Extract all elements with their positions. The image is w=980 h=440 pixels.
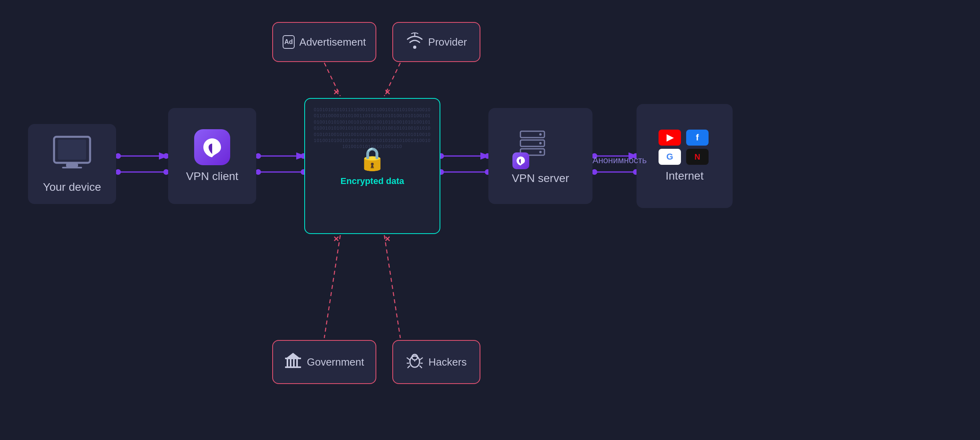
svg-text:×: × [385,86,390,97]
facebook-icon: f [686,130,709,146]
vpn-server-label: VPN server [512,172,569,185]
svg-rect-45 [287,359,288,366]
svg-rect-33 [58,140,86,160]
monitor-icon [52,135,92,176]
svg-line-52 [407,358,410,360]
government-label: Government [307,356,364,368]
card-vpn-client: VPN client [168,108,256,204]
svg-text:×: × [385,233,390,244]
google-icon: G [659,149,681,165]
anonymity-label: Анонимность [592,155,647,166]
svg-point-22 [592,169,597,175]
svg-line-56 [408,366,410,368]
diagram-container: × × × × Your device VPN client 010101010… [0,0,980,440]
card-provider: Provider [392,22,480,62]
svg-text:×: × [333,233,339,244]
vpn-client-label: VPN client [186,170,239,183]
vpn-server-small-icon [512,152,529,169]
device-label: Your device [43,181,101,194]
svg-rect-50 [285,358,301,359]
svg-rect-47 [293,359,295,366]
svg-marker-49 [286,353,300,358]
card-internet: ▶ f G N Internet [637,104,733,208]
card-vpn-server: VPN server [488,108,592,204]
internet-icons-grid: ▶ f G N [659,130,711,165]
svg-rect-34 [66,164,78,167]
card-advertisement: Ad Advertisement [272,22,376,62]
advertisement-label: Advertisement [299,36,366,48]
svg-point-40 [539,142,542,144]
svg-rect-35 [62,167,82,168]
svg-point-41 [539,151,542,153]
card-government: Government [272,340,376,384]
vpn-server-icons [516,127,564,167]
vpn-client-icon [194,129,230,165]
card-device: Your device [28,124,116,204]
svg-rect-44 [285,366,301,368]
svg-point-39 [539,133,542,136]
svg-line-57 [420,366,422,368]
svg-rect-48 [296,359,298,366]
hackers-label: Hackers [428,356,466,368]
government-icon [284,352,302,372]
svg-point-10 [255,169,261,175]
svg-line-25 [384,63,400,96]
hacker-icon [406,352,424,372]
arrows-svg: × × × × [0,0,980,440]
svg-rect-46 [290,359,291,366]
svg-point-8 [255,153,261,159]
card-hackers: Hackers [392,340,480,384]
svg-point-42 [413,46,416,49]
card-encrypted: 0101010101011110001010100101101010010001… [304,98,440,234]
svg-point-2 [115,153,121,159]
encrypted-label: Encrypted data [341,176,404,186]
wifi-icon [406,32,424,52]
svg-line-28 [324,235,340,338]
svg-line-53 [420,358,423,360]
provider-label: Provider [428,36,467,48]
svg-text:×: × [333,86,339,97]
internet-label: Internet [666,170,704,182]
encrypted-center: 🔒 Encrypted data [341,146,404,186]
youtube-icon: ▶ [659,130,681,146]
svg-point-4 [115,169,121,175]
ad-icon: Ad [283,35,295,49]
svg-point-58 [412,354,418,360]
svg-line-24 [324,63,340,96]
svg-line-29 [384,235,400,338]
lock-icon: 🔒 [358,146,386,172]
netflix-icon: N [686,149,709,165]
